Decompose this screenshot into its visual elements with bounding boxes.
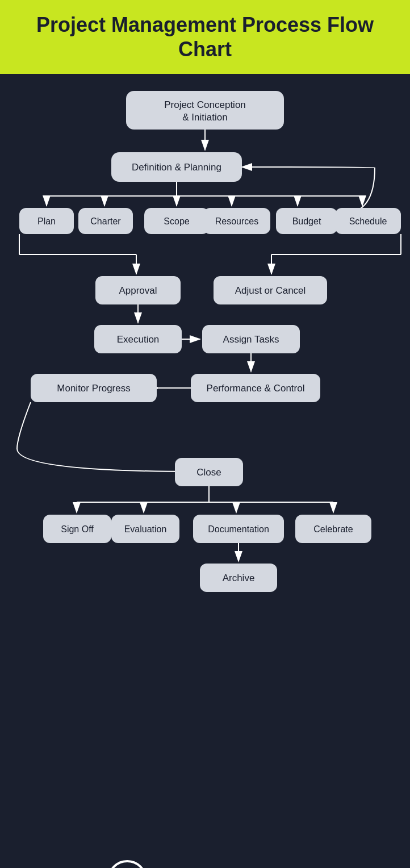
footer: PM ProjectManager <box>0 843 410 868</box>
svg-text:Definition & Planning: Definition & Planning <box>132 162 221 173</box>
svg-rect-2 <box>126 91 284 130</box>
svg-text:Resources: Resources <box>215 216 258 226</box>
svg-text:Adjust or Cancel: Adjust or Cancel <box>235 285 306 296</box>
svg-text:& Initiation: & Initiation <box>182 112 227 123</box>
svg-text:Assign Tasks: Assign Tasks <box>223 334 279 345</box>
svg-text:Sign Off: Sign Off <box>61 524 94 534</box>
svg-text:Scope: Scope <box>164 216 189 226</box>
header: Project Management Process Flow Chart <box>0 0 410 74</box>
svg-text:Monitor Progress: Monitor Progress <box>57 383 130 394</box>
svg-text:Project Conception: Project Conception <box>164 99 246 110</box>
pm-logo: PM <box>107 860 147 868</box>
svg-text:Budget: Budget <box>292 216 321 226</box>
svg-text:Close: Close <box>196 467 221 478</box>
svg-text:Approval: Approval <box>119 285 157 296</box>
svg-text:Documentation: Documentation <box>208 524 269 534</box>
svg-text:Performance & Control: Performance & Control <box>207 383 305 394</box>
flowchart: Project Conception & Initiation Definiti… <box>0 74 410 837</box>
svg-text:Plan: Plan <box>37 216 56 226</box>
svg-text:Celebrate: Celebrate <box>313 524 353 534</box>
svg-text:Execution: Execution <box>117 334 160 345</box>
svg-text:Archive: Archive <box>223 573 255 583</box>
svg-text:Evaluation: Evaluation <box>124 524 167 534</box>
svg-text:Charter: Charter <box>90 216 121 226</box>
page-title: Project Management Process Flow Chart <box>11 12 399 61</box>
svg-text:Schedule: Schedule <box>349 216 387 226</box>
